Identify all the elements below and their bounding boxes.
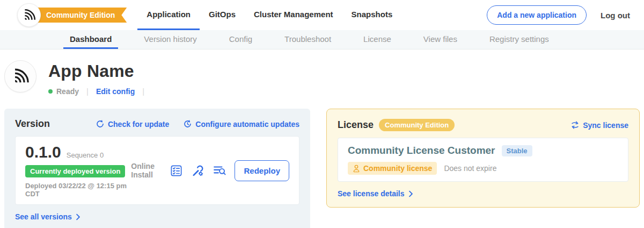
community-edition-ribbon: Community Edition [30,8,127,23]
tab-license[interactable]: License [357,30,398,49]
top-navbar: Community Edition Application GitOps Clu… [0,0,644,30]
replicated-logo [17,3,41,27]
sync-license-link[interactable]: Sync license [570,120,628,130]
channel-badge: Stable [502,145,532,156]
tab-view-files[interactable]: View files [417,30,464,49]
tab-version-history[interactable]: Version history [137,30,203,49]
refresh-icon [96,119,105,129]
license-type-row: Community license Does not expire [348,162,496,175]
chevron-right-icon [76,213,80,220]
preflight-checks-icon[interactable] [170,164,183,177]
status-dot [48,89,53,94]
version-card-title: Version [15,118,50,130]
see-all-versions-link[interactable]: See all versions [15,212,80,221]
divider: | [86,87,89,96]
chevron-right-icon [408,190,413,197]
app-logo-icon [11,67,30,86]
tab-troubleshoot[interactable]: Troubleshoot [278,30,338,49]
page-title: App Name [48,61,152,81]
app-header: App Name Ready | Edit config | [0,49,644,105]
license-customer-row: Community License Customer Stable [348,145,532,156]
expiry-text: Does not expire [444,164,496,173]
version-card-actions: Check for update Configure automatic upd… [96,119,299,129]
currently-deployed-badge: Currently deployed version [25,165,125,177]
deployed-timestamp: Deployed 03/22/22 @ 12:15 pm CDT [25,182,131,198]
community-edition-badge: Community Edition [379,119,455,131]
app-subnav: Dashboard Version history Config Trouble… [0,30,644,49]
brand-area: Community Edition [17,0,127,30]
nav-item-snapshots[interactable]: Snapshots [342,0,402,30]
version-card: Version Check for update [4,109,310,228]
logout-button[interactable]: Log out [601,11,630,20]
version-controls: Online Install [131,160,289,181]
license-card: License Community Edition Sync license [326,109,640,208]
nav-item-cluster-management[interactable]: Cluster Management [245,0,342,30]
version-card-header: Version Check for update [15,118,299,130]
app-status-row: Ready | Edit config | [48,87,152,96]
see-license-details-link[interactable]: See license details [338,189,413,198]
dashboard-cards: Version Check for update [0,109,644,228]
version-number: 0.1.0 [25,143,61,161]
license-card-header: License Community Edition Sync license [338,119,628,131]
primary-nav: Application GitOps Cluster Management Sn… [137,0,401,30]
status-text: Ready [56,87,79,96]
sequence-label: Sequence 0 [67,151,104,159]
app-avatar [4,60,36,92]
logs-magnifier-icon[interactable] [213,163,226,177]
check-for-update-link[interactable]: Check for update [96,119,169,129]
configure-automatic-updates-link[interactable]: Configure automatic updates [183,119,299,129]
person-icon [353,165,360,173]
customer-name: Community License Customer [348,145,495,156]
refresh-clock-icon [183,119,192,129]
current-version-box: 0.1.0 Sequence 0 Currently deployed vers… [15,136,299,205]
add-new-application-button[interactable]: Add a new application [487,5,587,25]
version-info: 0.1.0 Sequence 0 Currently deployed vers… [25,143,131,198]
license-card-actions: Sync license [570,120,628,130]
wrench-gear-icon[interactable] [191,164,204,177]
version-number-row: 0.1.0 Sequence 0 [25,143,131,161]
tab-registry-settings[interactable]: Registry settings [483,30,555,49]
topnav-right: Add a new application Log out [487,0,644,30]
sync-arrows-icon [570,120,580,130]
edit-config-link[interactable]: Edit config [96,87,135,96]
install-type-label: Online Install [131,162,160,179]
license-card-title: License [338,119,374,131]
license-summary-box: Community License Customer Stable Commun… [338,138,628,182]
license-type-badge: Community license [348,162,437,175]
nav-item-application[interactable]: Application [137,0,200,30]
app-title-block: App Name Ready | Edit config | [48,60,152,96]
nav-item-gitops[interactable]: GitOps [200,0,245,30]
divider: | [142,87,144,96]
tab-config[interactable]: Config [223,30,259,49]
replicated-mark-icon [22,8,36,22]
tab-dashboard[interactable]: Dashboard [63,30,118,49]
redeploy-button[interactable]: Redeploy [235,160,289,181]
